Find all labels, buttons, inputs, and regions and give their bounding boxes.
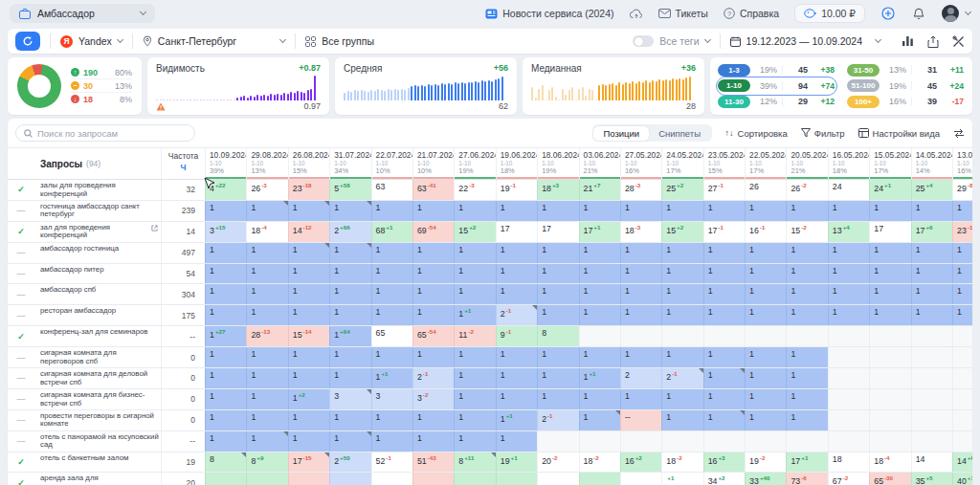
date-column-header[interactable]: 23.05.2024 1-1015%	[703, 148, 745, 179]
position-cell[interactable]: 1	[205, 284, 246, 304]
position-cell[interactable]: 1	[496, 347, 537, 367]
position-cell[interactable]: 1	[828, 284, 869, 304]
position-cell[interactable]	[703, 326, 745, 346]
position-cell[interactable]	[952, 389, 972, 409]
row-status[interactable]: —	[8, 201, 34, 221]
position-cell[interactable]: 15+2	[454, 222, 495, 242]
average-position-card[interactable]: Средняя +56 62	[335, 57, 517, 115]
table-row[interactable]: ✓ зал для проведения конференций 143+151…	[8, 222, 972, 243]
position-cell[interactable]: 1	[869, 243, 910, 263]
range-badge-100+[interactable]: 100+ 16% 39 -17	[847, 94, 965, 109]
view-settings-button[interactable]: Настройки вида	[858, 128, 940, 139]
select-all-cell[interactable]	[8, 148, 34, 179]
project-selector[interactable]: Амбассадор	[10, 4, 155, 23]
position-cell[interactable]: 1	[329, 431, 370, 452]
range-badge-1-3[interactable]: 1-3 19% 45 +38	[718, 62, 835, 77]
row-status[interactable]: —	[8, 431, 34, 452]
position-cell[interactable]	[703, 431, 745, 452]
position-cell[interactable]: 1	[703, 284, 745, 304]
position-cell[interactable]: 14-12	[288, 222, 329, 242]
position-cell[interactable]: 1	[579, 243, 620, 263]
position-cell[interactable]: 16+2	[620, 452, 661, 473]
position-cell[interactable]: 1	[496, 201, 537, 221]
position-cell[interactable]	[911, 410, 952, 430]
position-cell[interactable]	[952, 326, 972, 346]
position-cell[interactable]: 34+2	[703, 473, 745, 485]
position-cell[interactable]: 24+1	[869, 180, 910, 200]
position-cell[interactable]	[661, 326, 702, 346]
position-cell[interactable]	[869, 431, 910, 452]
position-cell[interactable]	[828, 410, 869, 430]
position-cell[interactable]: 18-4	[246, 222, 287, 242]
position-cell[interactable]: 14	[911, 452, 952, 473]
position-cell[interactable]: 8	[205, 452, 246, 473]
position-cell[interactable]	[786, 431, 827, 452]
position-cell[interactable]: 1+1	[371, 368, 412, 388]
user-menu[interactable]	[942, 5, 970, 22]
position-cell[interactable]	[454, 473, 495, 485]
position-cell[interactable]: 13+4	[828, 222, 869, 242]
position-cell[interactable]: 1	[745, 305, 786, 325]
position-cell[interactable]: 1	[454, 347, 495, 367]
position-cell[interactable]: 1	[412, 305, 454, 325]
date-column-header[interactable]: 20.05.2024 1-1021%	[786, 148, 827, 179]
position-cell[interactable]: 18-4	[869, 452, 910, 473]
date-column-header[interactable]: 26.08.2024 1-1015%	[288, 148, 329, 179]
position-cell[interactable]: 1	[579, 201, 620, 221]
position-cell[interactable]: 1	[786, 410, 827, 430]
position-cell[interactable]: 1+1	[454, 305, 495, 325]
query-cell[interactable]: провести переговоры в сигарной комнате	[34, 410, 161, 430]
position-cell[interactable]	[620, 431, 661, 452]
position-cell[interactable]: 25+2	[661, 180, 702, 200]
position-cell[interactable]: 16-1	[745, 222, 786, 242]
position-cell[interactable]: 3	[329, 389, 370, 409]
position-cell[interactable]: 8+9	[246, 452, 287, 473]
row-status[interactable]: ✓	[8, 222, 34, 242]
position-cell[interactable]: 17	[496, 222, 537, 242]
position-cell[interactable]: 1	[371, 305, 412, 325]
position-cell[interactable]	[246, 473, 287, 485]
position-cell[interactable]: 1	[745, 264, 786, 284]
position-cell[interactable]: 18-2	[661, 452, 702, 473]
position-cell[interactable]: 2-1	[496, 305, 537, 325]
query-cell[interactable]: сигарная комната для бизнес-встречи спб	[34, 389, 161, 409]
tags-selector[interactable]: Все теги	[633, 35, 709, 47]
position-cell[interactable]: 1	[703, 389, 745, 409]
position-cell[interactable]: 1	[911, 305, 952, 325]
position-cell[interactable]: 1	[579, 389, 620, 409]
add-button[interactable]	[880, 6, 896, 21]
position-cell[interactable]: 1	[288, 201, 329, 221]
position-cell[interactable]	[828, 368, 869, 388]
row-status[interactable]: —	[8, 410, 34, 430]
position-cell[interactable]: 5+58	[329, 180, 370, 200]
position-cell[interactable]: 1	[786, 284, 827, 304]
table-row[interactable]: ✓ аренда зала для 20+134+233+4073-667-26…	[8, 473, 972, 485]
position-cell[interactable]: 1	[329, 305, 370, 325]
position-cell[interactable]: 1	[205, 243, 246, 263]
table-row[interactable]: — амбассадор спб 3041111111111111111111	[8, 284, 972, 305]
position-cell[interactable]: 33+40	[745, 473, 786, 485]
position-cell[interactable]: 1	[329, 243, 370, 263]
position-cell[interactable]: 1	[288, 243, 329, 263]
position-cell[interactable]: 1	[288, 431, 329, 452]
position-cell[interactable]	[952, 431, 972, 452]
row-status[interactable]: ✓	[8, 473, 34, 485]
query-cell[interactable]: сигарная комната для деловой встречи спб	[34, 368, 161, 388]
position-cell[interactable]: 1	[246, 243, 287, 263]
position-cell[interactable]: 1	[496, 368, 537, 388]
position-cell[interactable]: 51-43	[412, 452, 454, 473]
position-cell[interactable]: --	[620, 410, 661, 430]
position-cell[interactable]: 1	[412, 264, 454, 284]
region-selector[interactable]: Санкт-Петербург	[143, 35, 285, 47]
position-cell[interactable]: 1	[329, 347, 370, 367]
notifications-button[interactable]	[911, 6, 926, 21]
position-cell[interactable]: 1+27	[205, 326, 246, 346]
position-cell[interactable]	[412, 473, 454, 485]
position-cell[interactable]: 17	[537, 222, 578, 242]
position-cell[interactable]: 1	[454, 389, 495, 409]
position-cell[interactable]: 1	[246, 284, 287, 304]
position-cell[interactable]: 1	[952, 305, 972, 325]
position-cell[interactable]	[579, 326, 620, 346]
position-cell[interactable]: 1	[661, 201, 702, 221]
position-cell[interactable]: 1	[454, 264, 495, 284]
